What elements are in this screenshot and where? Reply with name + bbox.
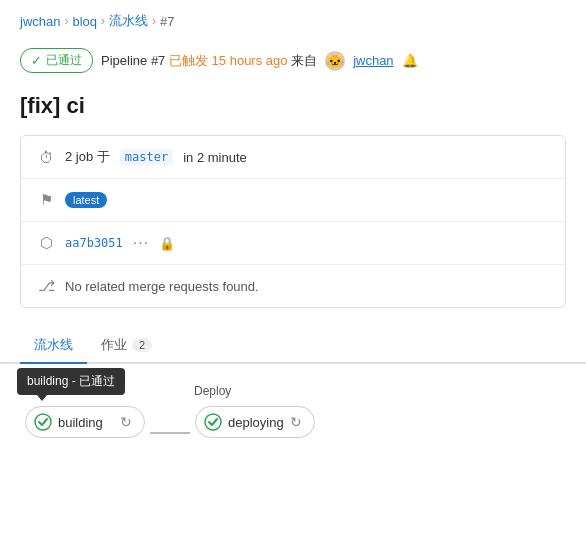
merge-text: No related merge requests found. (65, 279, 259, 294)
triggered-label: 已触发 (169, 53, 208, 68)
pipeline-status-text: Pipeline #7 已触发 15 hours ago 来自 (101, 52, 317, 70)
breadcrumb-sep1: › (64, 14, 68, 28)
flag-icon: ⚑ (37, 191, 55, 209)
job-refresh-deploying[interactable]: ↻ (290, 414, 302, 430)
tab-jobs-badge: 2 (132, 338, 152, 352)
job-card-building[interactable]: building ↻ (25, 406, 145, 438)
merge-icon: ⎇ (37, 277, 55, 295)
tab-pipeline[interactable]: 流水线 (20, 328, 87, 364)
tab-jobs-label: 作业 (101, 336, 127, 354)
jobs-suffix: in 2 minute (183, 150, 247, 165)
info-card: ⏱ 2 job 于 master in 2 minute ⚑ latest ⬡ … (20, 135, 566, 308)
avatar-emoji: 🐱 (325, 51, 345, 70)
col-label-build: Build (24, 384, 51, 398)
breadcrumb-user[interactable]: jwchan (20, 14, 60, 29)
job-check-icon-building (34, 413, 52, 431)
col-label-deploy: Deploy (194, 384, 231, 398)
clock-icon: ⏱ (37, 149, 55, 166)
latest-badge: latest (65, 192, 107, 208)
tabs-bar: 流水线 作业 2 (0, 308, 586, 364)
pipeline-col-deploy: Deploy deploying ↻ (190, 384, 320, 438)
svg-point-0 (35, 414, 51, 430)
breadcrumb-id: #7 (160, 14, 174, 29)
status-check-icon: ✓ (31, 53, 42, 68)
time-ago: 15 hours ago (212, 53, 288, 68)
pipeline-columns: Build building - 已通过 building ↻ (20, 384, 566, 438)
breadcrumb-repo[interactable]: bloq (72, 14, 97, 29)
pipeline-col-build: Build building - 已通过 building ↻ (20, 384, 150, 438)
job-refresh-building[interactable]: ↻ (120, 414, 132, 430)
job-name-building: building (58, 415, 114, 430)
user-icon: 🔔 (402, 53, 418, 68)
pipeline-label-id: Pipeline #7 (101, 53, 165, 68)
status-badge: ✓ 已通过 (20, 48, 93, 73)
jobs-row: ⏱ 2 job 于 master in 2 minute (21, 136, 565, 179)
source-label: 来自 (291, 53, 317, 68)
commit-icon: ⬡ (37, 234, 55, 252)
breadcrumb-sep2: › (101, 14, 105, 28)
commit-row: ⬡ aa7b3051 ··· 🔒 (21, 222, 565, 265)
job-check-icon-deploying (204, 413, 222, 431)
branch-link[interactable]: master (120, 149, 173, 165)
pipeline-connector (150, 384, 190, 434)
pipeline-area: Build building - 已通过 building ↻ (0, 364, 586, 458)
avatar: 🐱 (325, 51, 345, 71)
job-name-deploying: deploying (228, 415, 284, 430)
tab-pipeline-label: 流水线 (34, 336, 73, 354)
tab-jobs[interactable]: 作业 2 (87, 328, 166, 364)
breadcrumb-pipeline[interactable]: 流水线 (109, 12, 148, 30)
svg-point-1 (205, 414, 221, 430)
tooltip-wrapper-building: building - 已通过 building ↻ (25, 406, 145, 438)
breadcrumb: jwchan › bloq › 流水线 › #7 (0, 0, 586, 38)
jobs-label: 2 job 于 (65, 148, 110, 166)
merge-row: ⎇ No related merge requests found. (21, 265, 565, 307)
latest-row: ⚑ latest (21, 179, 565, 222)
status-bar: ✓ 已通过 Pipeline #7 已触发 15 hours ago 来自 🐱 … (0, 38, 586, 83)
status-badge-text: 已通过 (46, 52, 82, 69)
more-options-button[interactable]: ··· (133, 234, 149, 252)
commit-link[interactable]: aa7b3051 (65, 236, 123, 250)
breadcrumb-sep3: › (152, 14, 156, 28)
username-link[interactable]: jwchan (353, 53, 393, 68)
job-card-deploying[interactable]: deploying ↻ (195, 406, 315, 438)
lock-icon: 🔒 (159, 236, 175, 251)
page-title: [fix] ci (0, 83, 586, 135)
connector-line (150, 432, 190, 434)
